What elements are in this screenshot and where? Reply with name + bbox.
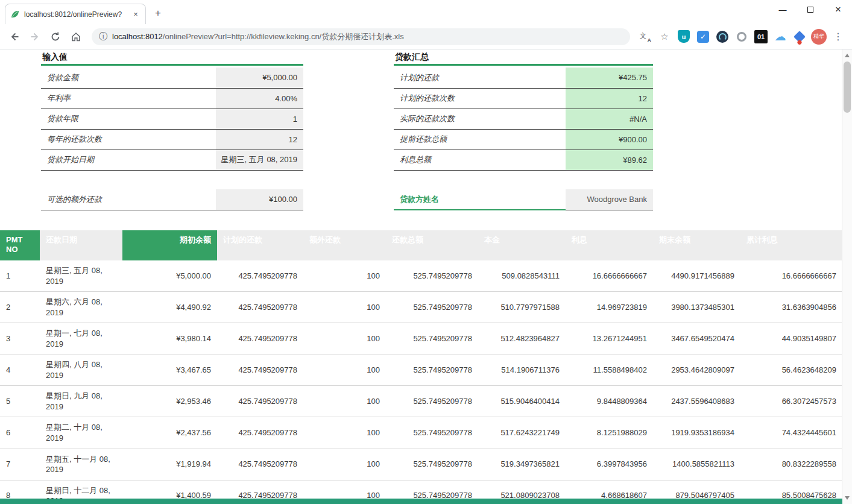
schedule-cell: 1919.9353186934 [653,417,740,449]
field-label: 计划的还款 [394,68,566,88]
schedule-cell: 100 [303,323,386,354]
field-row: 可选的额外还款 ¥100.00 [41,189,303,210]
check-extension-icon: ✓ [697,31,709,43]
scroll-up-arrow-icon[interactable] [845,54,850,57]
schedule-cell: 100 [303,449,386,480]
schedule-row: 3星期一, 七月 08, 2019¥3,980.14425.7495209778… [0,323,842,354]
schedule-cell: 6.3997843956 [566,449,653,480]
url-host: localhost:8012 [112,32,163,41]
schedule-header: 计划的还款 [217,230,303,260]
schedule-header: 期初余额 [122,230,217,260]
refresh-button[interactable] [47,28,64,45]
minimize-button[interactable]: — [769,0,797,19]
new-tab-button[interactable]: + [150,5,166,22]
field-row: 每年的还款次数12 [41,129,303,150]
field-label: 利息总额 [394,150,566,170]
field-value: ¥900.00 [566,129,653,150]
schedule-cell: 44.9035149807 [740,323,842,354]
kite-extension-icon [794,31,806,43]
page-info-icon[interactable]: ⓘ [99,31,107,42]
home-button[interactable] [68,28,84,45]
schedule-cell: 6 [0,417,40,449]
schedule-cell: 14.969723819 [566,292,653,323]
schedule-cell: ¥3,980.14 [122,323,217,354]
browser-tab[interactable]: localhost:8012/onlinePreview? × [5,4,146,24]
dark-circle-extension-icon [716,31,728,43]
back-button[interactable] [6,28,23,45]
schedule-header: 额外还款 [303,230,386,260]
field-row: 提前还款总额¥900.00 [394,129,653,150]
schedule-cell: 2953.4642809097 [653,354,740,386]
extra-payment-table: 可选的额外还款 ¥100.00 [41,189,303,210]
gray-ring-extension-icon [737,32,746,42]
browser-menu-button[interactable]: ⋮ [830,29,846,45]
maximize-button[interactable] [797,0,824,19]
url-path: /onlinePreview?url=http://kkfileview.kek… [163,32,404,41]
schedule-cell: 星期二, 十月 08, 2019 [40,417,122,449]
field-value: 星期三, 五月 08, 2019 [216,150,303,170]
check-extension-button[interactable]: ✓ [695,29,711,45]
forward-button[interactable] [27,28,43,45]
url-text: localhost:8012/onlinePreview?url=http://… [112,31,404,42]
schedule-cell: 3 [0,323,40,354]
schedule-cell: 星期五, 十一月 08, 2019 [40,449,122,480]
schedule-cell: 525.7495209778 [386,323,478,354]
schedule-header: 利息 [566,230,653,260]
scrollbar-thumb[interactable] [844,61,851,113]
schedule-cell: 509.0828543111 [478,260,566,292]
schedule-cell: ¥1,919.94 [122,449,217,480]
close-button[interactable]: × [824,0,852,19]
shield-extension-button[interactable]: u [676,29,692,45]
field-value: 12 [216,129,303,150]
dark-circle-extension-button[interactable] [715,29,730,45]
field-value: 12 [566,88,653,109]
schedule-cell: 56.4623648209 [740,354,842,386]
refresh-icon [50,31,61,42]
field-row: 计划的还款¥425.75 [394,68,653,88]
field-row: 计划的还款次数12 [394,88,653,109]
schedule-cell: 1400.5855821113 [653,449,740,480]
schedule-row: 7星期五, 十一月 08, 2019¥1,919.94425.749520977… [0,449,842,480]
schedule-header: 还款日期 [40,230,122,260]
schedule-cell: 425.7495209778 [217,417,303,449]
schedule-cell: ¥2,437.56 [122,417,217,449]
schedule-cell: 2437.5596408683 [653,386,740,417]
schedule-header: 还款总额 [386,230,478,260]
field-label: 贷款开始日期 [41,150,216,170]
extra-payment-label: 可选的额外还款 [41,189,216,210]
schedule-cell: 16.6666666667 [566,260,653,292]
scroll-down-arrow-icon[interactable] [845,496,850,500]
input-section-title: 输入值 [41,51,303,66]
schedule-cell: ¥2,953.46 [122,386,217,417]
translate-button[interactable]: 文 A [637,29,653,45]
schedule-cell: 425.7495209778 [217,260,303,292]
badge-extension-button[interactable]: 01 [753,29,769,45]
tab-close-icon[interactable]: × [131,10,140,19]
schedule-cell: 525.7495209778 [386,417,478,449]
schedule-header: 本金 [478,230,566,260]
cloud-extension-button[interactable]: ☁ [772,29,788,45]
preview-content: 输入值 贷款汇总 贷款金额¥5,000.00年利率4.00%贷款年限1每年的还款… [0,49,852,504]
schedule-row: 6星期二, 十月 08, 2019¥2,437.56425.7495209778… [0,417,842,449]
schedule-cell: 519.3497365821 [478,449,566,480]
field-row: 年利率4.00% [41,88,303,109]
schedule-cell: 517.6243221749 [478,417,566,449]
sheet-bottom-bar [0,499,842,504]
vertical-scrollbar[interactable] [842,49,852,504]
gray-ring-extension-button[interactable] [734,29,749,45]
field-value: ¥89.62 [566,150,653,170]
kite-extension-button[interactable] [792,29,807,45]
schedule-cell: 514.1906711376 [478,354,566,386]
field-label: 贷款年限 [41,109,216,129]
schedule-cell: 5 [0,386,40,417]
maximize-icon [807,7,813,13]
schedule-cell: 66.3072457573 [740,386,842,417]
bookmark-star-button[interactable]: ☆ [657,29,672,45]
schedule-cell: 525.7495209778 [386,354,478,386]
address-bar[interactable]: ⓘ localhost:8012/onlinePreview?url=http:… [92,28,630,45]
schedule-cell: 3467.6549520474 [653,323,740,354]
schedule-cell: 13.2671244951 [566,323,653,354]
field-value: #N/A [566,109,653,129]
profile-avatar[interactable]: 精华 [811,29,827,45]
schedule-cell: 100 [303,354,386,386]
